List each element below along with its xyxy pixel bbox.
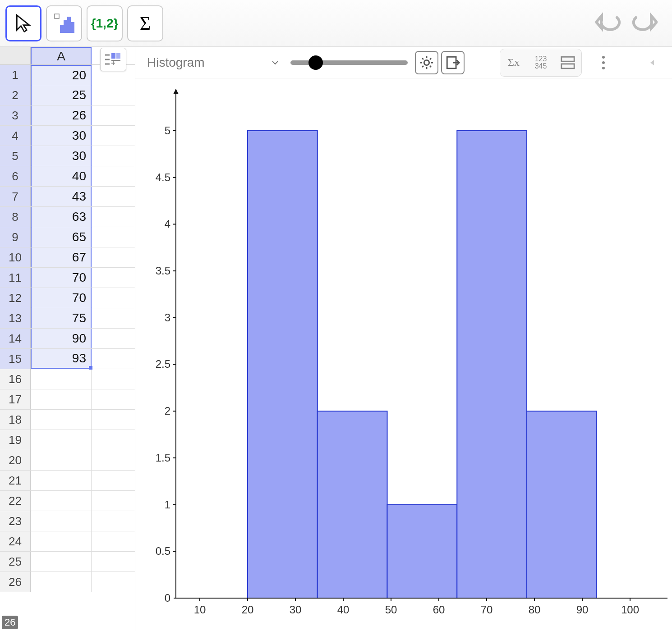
chart-type-dropdown[interactable]: Histogram bbox=[143, 51, 283, 74]
cell[interactable]: 30 bbox=[31, 146, 92, 166]
table-row[interactable]: 18 bbox=[0, 410, 135, 430]
cell[interactable]: 65 bbox=[31, 227, 92, 247]
table-row[interactable]: 16 bbox=[0, 369, 135, 389]
row-header[interactable]: 4 bbox=[0, 126, 31, 146]
cell[interactable]: 67 bbox=[31, 247, 92, 267]
row-header[interactable]: 10 bbox=[0, 247, 31, 267]
table-row[interactable]: 326 bbox=[0, 105, 135, 126]
row-header[interactable]: 1 bbox=[0, 65, 31, 85]
cell[interactable]: 26 bbox=[31, 105, 92, 125]
row-header[interactable]: 11 bbox=[0, 268, 31, 288]
show-second-plot-button[interactable] bbox=[556, 51, 580, 74]
toggle-columns-button[interactable] bbox=[100, 48, 126, 71]
table-row[interactable]: 225 bbox=[0, 85, 135, 105]
row-header[interactable]: 2 bbox=[0, 85, 31, 105]
row-header[interactable]: 22 bbox=[0, 491, 31, 511]
cursor-icon bbox=[14, 14, 33, 33]
row-header[interactable]: 3 bbox=[0, 105, 31, 125]
cell[interactable] bbox=[31, 511, 92, 531]
cell[interactable]: 93 bbox=[31, 349, 92, 369]
row-header[interactable]: 24 bbox=[0, 531, 31, 551]
cell[interactable] bbox=[31, 450, 92, 470]
table-row[interactable]: 1067 bbox=[0, 247, 135, 268]
table-row[interactable]: 19 bbox=[0, 430, 135, 450]
row-header[interactable]: 6 bbox=[0, 166, 31, 186]
svg-rect-4 bbox=[71, 22, 74, 33]
sigma-tool-button[interactable]: Σ bbox=[127, 5, 163, 41]
settings-button[interactable] bbox=[415, 51, 438, 74]
row-header[interactable]: 26 bbox=[0, 572, 31, 592]
row-header[interactable]: 25 bbox=[0, 552, 31, 572]
row-header[interactable]: 9 bbox=[0, 227, 31, 247]
table-row[interactable]: 21 bbox=[0, 471, 135, 491]
cell[interactable] bbox=[31, 430, 92, 450]
one-variable-tool-button[interactable] bbox=[46, 5, 82, 41]
table-row[interactable]: 20 bbox=[0, 450, 135, 471]
export-button[interactable] bbox=[441, 51, 465, 74]
row-header[interactable]: 20 bbox=[0, 450, 31, 470]
row-header[interactable]: 5 bbox=[0, 146, 31, 166]
cell[interactable] bbox=[31, 369, 92, 389]
cell[interactable]: 20 bbox=[31, 65, 92, 85]
split-view-icon bbox=[560, 55, 575, 70]
chart-area[interactable]: 0.511.522.533.544.5501020304050607080901… bbox=[135, 78, 672, 631]
row-header[interactable]: 21 bbox=[0, 471, 31, 490]
class-width-slider[interactable] bbox=[290, 60, 408, 65]
cell[interactable]: 43 bbox=[31, 187, 92, 206]
row-header[interactable]: 23 bbox=[0, 511, 31, 531]
cell[interactable]: 25 bbox=[31, 85, 92, 105]
cell[interactable] bbox=[31, 531, 92, 551]
table-row[interactable]: 430 bbox=[0, 126, 135, 146]
sheet-body[interactable]: 1202253264305306407438639651067117012701… bbox=[0, 65, 135, 631]
table-row[interactable]: 17 bbox=[0, 389, 135, 410]
move-tool-button[interactable] bbox=[5, 5, 41, 41]
cell[interactable] bbox=[31, 471, 92, 490]
row-header[interactable]: 19 bbox=[0, 430, 31, 450]
column-header-a[interactable]: A bbox=[31, 47, 92, 64]
show-data-button[interactable]: 123345 bbox=[529, 51, 552, 74]
row-header[interactable]: 8 bbox=[0, 207, 31, 227]
table-row[interactable]: 1593 bbox=[0, 349, 135, 369]
cell[interactable]: 40 bbox=[31, 166, 92, 186]
cell[interactable]: 63 bbox=[31, 207, 92, 227]
cell[interactable]: 70 bbox=[31, 288, 92, 308]
table-row[interactable]: 965 bbox=[0, 227, 135, 247]
cell[interactable]: 75 bbox=[31, 308, 92, 328]
undo-button[interactable] bbox=[595, 12, 622, 35]
collapse-panel-button[interactable] bbox=[640, 51, 664, 74]
row-header[interactable]: 12 bbox=[0, 288, 31, 308]
table-row[interactable]: 26 bbox=[0, 572, 135, 592]
table-row[interactable]: 743 bbox=[0, 187, 135, 207]
row-header[interactable]: 7 bbox=[0, 187, 31, 206]
cell[interactable]: 30 bbox=[31, 126, 92, 146]
table-row[interactable]: 530 bbox=[0, 146, 135, 166]
cell[interactable] bbox=[31, 552, 92, 572]
table-row[interactable]: 1170 bbox=[0, 268, 135, 288]
table-row[interactable]: 23 bbox=[0, 511, 135, 531]
cell[interactable]: 70 bbox=[31, 268, 92, 288]
row-header[interactable]: 18 bbox=[0, 410, 31, 430]
table-row[interactable]: 863 bbox=[0, 207, 135, 227]
table-row[interactable]: 1375 bbox=[0, 308, 135, 329]
table-row[interactable]: 640 bbox=[0, 166, 135, 187]
table-row[interactable]: 1490 bbox=[0, 329, 135, 349]
redo-button[interactable] bbox=[631, 12, 658, 35]
row-header[interactable]: 15 bbox=[0, 349, 31, 369]
cell[interactable] bbox=[31, 389, 92, 409]
table-row[interactable]: 25 bbox=[0, 552, 135, 572]
table-row[interactable]: 24 bbox=[0, 531, 135, 552]
cell[interactable] bbox=[31, 491, 92, 511]
more-options-button[interactable] bbox=[592, 51, 615, 74]
table-row[interactable]: 22 bbox=[0, 491, 135, 511]
row-header[interactable]: 16 bbox=[0, 369, 31, 389]
table-row[interactable]: 1270 bbox=[0, 288, 135, 308]
list-tool-button[interactable]: {1,2} bbox=[87, 5, 123, 41]
cell[interactable]: 90 bbox=[31, 329, 92, 348]
cell[interactable] bbox=[31, 572, 92, 592]
row-header[interactable]: 13 bbox=[0, 308, 31, 328]
row-header[interactable]: 14 bbox=[0, 329, 31, 348]
row-header[interactable]: 17 bbox=[0, 389, 31, 409]
sheet-corner[interactable] bbox=[0, 47, 31, 64]
show-statistics-button[interactable]: Σx bbox=[502, 51, 525, 74]
cell[interactable] bbox=[31, 410, 92, 430]
